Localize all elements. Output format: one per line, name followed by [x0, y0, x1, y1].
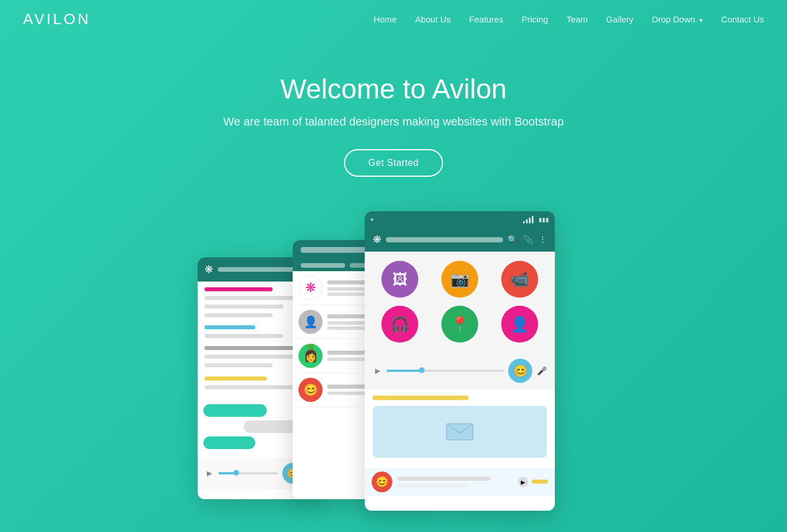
progress-fill — [387, 370, 422, 372]
yellow-dot — [532, 480, 548, 484]
search-bar — [386, 237, 503, 242]
progress-dot — [419, 367, 425, 373]
phone-header-right: ❋ 🔍 📎 ⋮ — [365, 227, 555, 252]
media-avatar-right: 😊 — [508, 359, 532, 383]
nav-item-contact[interactable]: Contact Us — [721, 14, 764, 25]
hero-section: Welcome to Avilon We are team of talante… — [0, 39, 787, 200]
content-line — [205, 287, 273, 291]
content-line — [205, 334, 283, 338]
card-area — [365, 390, 555, 468]
bottom-lines — [397, 477, 513, 487]
signal-bar — [523, 221, 525, 223]
app-icon-person: 👤 — [501, 306, 538, 343]
search-icon: 🔍 — [508, 235, 517, 244]
progress-bar — [387, 370, 504, 372]
nav-item-pricing[interactable]: Pricing — [522, 14, 548, 25]
wifi-icon: ▾ — [370, 216, 373, 223]
signal-icon — [523, 215, 534, 223]
nav-item-about[interactable]: About Us — [415, 14, 451, 25]
app-grid: 🖼 📷 📹 🎧 📍 👤 — [365, 252, 555, 352]
status-bar: ▾ ▮▮▮ — [365, 211, 555, 227]
phone-right: ▾ ▮▮▮ ❋ 🔍 📎 ⋮ 🖼 📷 📹 🎧 📍 — [365, 211, 555, 511]
chat-avatar: 😊 — [298, 378, 323, 402]
play-icon: ▶ — [373, 366, 382, 375]
envelope-svg — [445, 420, 474, 443]
lotus-icon: ❋ — [205, 263, 213, 276]
nav-item-dropdown[interactable]: Drop Down ▾ — [652, 14, 703, 25]
chat-bubble — [203, 436, 255, 449]
chat-avatar: 👩 🌿 — [298, 344, 323, 368]
chat-avatar: ❋ — [298, 276, 323, 300]
navbar: AVILON Home About Us Features Pricing Te… — [0, 0, 787, 39]
signal-bar — [529, 218, 531, 223]
nav-item-team[interactable]: Team — [566, 14, 588, 25]
lotus-icon: ❋ — [373, 233, 381, 246]
hero-title: Welcome to Avilon — [12, 73, 775, 105]
app-icon-video: 📹 — [501, 261, 538, 298]
content-line — [205, 305, 283, 309]
content-line — [205, 385, 295, 389]
content-line — [205, 363, 273, 367]
app-icon-headphone: 🎧 — [381, 306, 418, 343]
content-line — [205, 377, 267, 381]
nav-links: Home About Us Features Pricing Team Gall… — [374, 14, 764, 25]
content-line — [205, 325, 255, 329]
media-player-right: ▶ 😊 🎤 — [365, 352, 555, 390]
nav-item-features[interactable]: Features — [469, 14, 503, 25]
card-yellow-bar — [373, 396, 468, 400]
hero-subtitle: We are team of talanted designers making… — [12, 115, 775, 128]
play-icon: ▶ — [205, 469, 214, 478]
more-icon: ⋮ — [539, 235, 547, 244]
paperclip-icon: 📎 — [523, 235, 533, 244]
app-icon-maps: 📍 — [441, 306, 478, 343]
card-image-box — [373, 406, 547, 458]
mic-icon-right: 🎤 — [537, 366, 547, 375]
bottom-line — [397, 477, 490, 481]
brand-logo[interactable]: AVILON — [23, 10, 90, 28]
get-started-button[interactable]: Get Started — [344, 149, 442, 177]
sub-bar — [301, 263, 345, 268]
chevron-down-icon: ▾ — [699, 17, 703, 24]
battery-icon: ▮▮▮ — [539, 216, 549, 223]
header-actions: 🔍 📎 ⋮ — [508, 235, 547, 244]
content-line — [205, 355, 295, 359]
app-icon-gallery: 🖼 — [381, 261, 418, 298]
progress-bar — [218, 472, 278, 474]
content-line — [205, 313, 273, 317]
chat-avatar: 👤 — [298, 310, 323, 334]
signal-bar — [532, 216, 534, 223]
action-circle: ▶ — [518, 477, 528, 487]
content-line — [205, 296, 295, 300]
chat-bubble — [203, 404, 267, 417]
app-icon-camera: 📷 — [441, 261, 478, 298]
signal-bar — [526, 219, 528, 223]
bottom-actions: ▶ — [518, 477, 548, 487]
bottom-line — [397, 484, 467, 487]
bottom-row: 😊 ▶ — [365, 468, 555, 496]
nav-item-gallery[interactable]: Gallery — [606, 14, 634, 25]
bottom-avatar: 😊 — [372, 472, 392, 492]
mockup-area: ❋ — [0, 200, 787, 511]
nav-item-home[interactable]: Home — [374, 14, 397, 25]
progress-dot — [233, 470, 239, 476]
